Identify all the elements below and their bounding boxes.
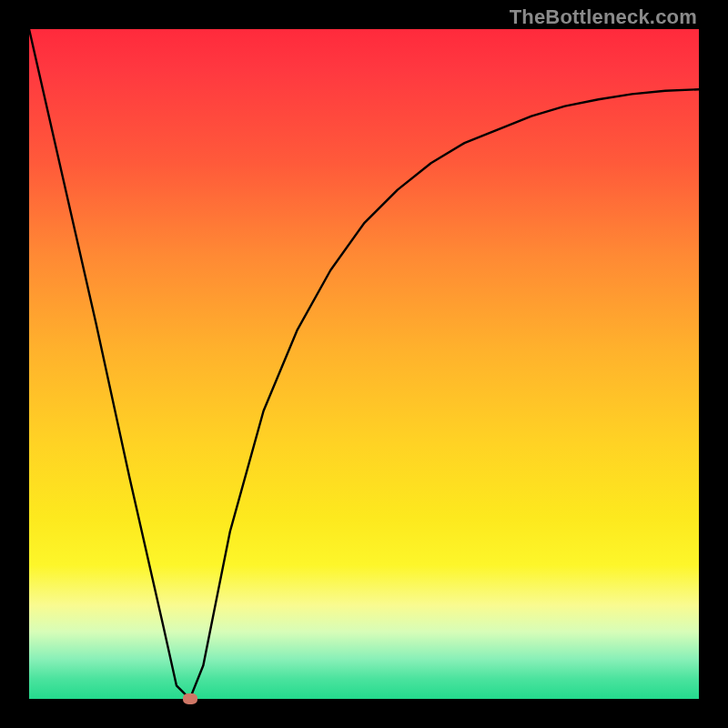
plot-area: [29, 29, 699, 699]
chart-wrapper: TheBottleneck.com: [0, 0, 728, 728]
watermark-text: TheBottleneck.com: [510, 5, 697, 29]
bottleneck-curve: [29, 29, 699, 699]
curve-svg: [29, 29, 699, 699]
optimal-point-marker: [183, 693, 197, 704]
